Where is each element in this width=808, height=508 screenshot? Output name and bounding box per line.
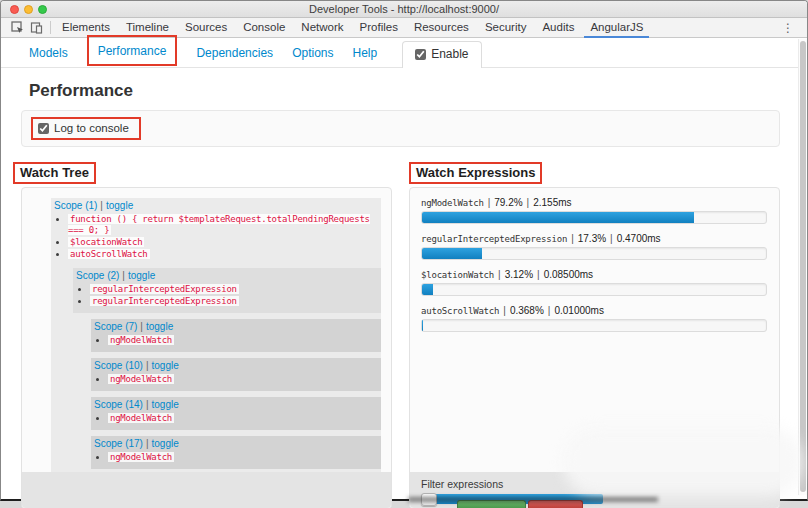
tab-console[interactable]: Console xyxy=(235,18,293,37)
expression-name: ngModelWatch xyxy=(421,198,484,208)
expression-percent: 0.368% xyxy=(510,305,544,316)
scope-10-watchers: ngModelWatch xyxy=(94,374,381,385)
log-to-console-label: Log to console xyxy=(54,122,129,134)
expression-percent: 3.12% xyxy=(505,269,533,280)
watcher-code: $locationWatch xyxy=(68,237,144,247)
window-title: Developer Tools - http://localhost:9000/ xyxy=(1,3,807,15)
expression-label: ngModelWatch|79.2%|2.155ms xyxy=(421,197,767,208)
scope-10-toggle-link[interactable]: toggle xyxy=(152,360,179,371)
watch-tree-column: Watch Tree Scope (1)|toggle function () … xyxy=(13,162,392,508)
scope-1-watchers: function () { return $templateRequest.to… xyxy=(54,214,381,260)
separator: | xyxy=(548,305,551,316)
scope-14-link[interactable]: Scope (14) xyxy=(94,399,143,410)
enable-label: Enable xyxy=(431,47,468,61)
progress-fill xyxy=(422,212,694,223)
batarang-nav: Models Performance Dependencies Options … xyxy=(1,39,807,68)
scope-10-link[interactable]: Scope (10) xyxy=(94,360,143,371)
tab-sources[interactable]: Sources xyxy=(177,18,235,37)
separator: | xyxy=(537,269,540,280)
nav-item-performance[interactable]: Performance xyxy=(98,44,167,58)
devtools-window: Developer Tools - http://localhost:9000/… xyxy=(0,0,808,501)
scope-node-7: Scope (7)|toggle ngModelWatch xyxy=(91,319,381,352)
watcher-item: function () { return $templateRequest.to… xyxy=(68,214,381,236)
watcher-code: autoScrollWatch xyxy=(68,249,150,259)
expression-row: autoScrollWatch|0.368%|0.01000ms xyxy=(421,305,767,332)
nav-item-dependencies[interactable]: Dependencies xyxy=(196,46,273,67)
separator: | xyxy=(503,305,506,316)
expression-time: 0.4700ms xyxy=(617,233,661,244)
tab-network[interactable]: Network xyxy=(293,18,351,37)
scope-node-1: Scope (1)|toggle function () { return $t… xyxy=(51,198,381,477)
scope-7-link[interactable]: Scope (7) xyxy=(94,321,137,332)
nav-item-models[interactable]: Models xyxy=(29,46,68,67)
more-options-icon[interactable]: ⋮ xyxy=(782,23,794,33)
progress-fill xyxy=(422,284,433,295)
separator: | xyxy=(146,438,149,449)
separator: | xyxy=(488,197,491,208)
tab-resources[interactable]: Resources xyxy=(406,18,477,37)
inspect-element-icon[interactable] xyxy=(11,21,24,34)
scope-17-toggle-link[interactable]: toggle xyxy=(152,438,179,449)
active-tab-underline xyxy=(584,36,649,38)
nav-item-help[interactable]: Help xyxy=(352,46,377,67)
toolbar-divider xyxy=(50,21,51,34)
vertical-scrollbar[interactable] xyxy=(798,39,807,495)
watcher-code: regularInterceptedExpression xyxy=(90,296,239,306)
watcher-item: ngModelWatch xyxy=(108,413,381,424)
tab-security[interactable]: Security xyxy=(477,18,535,37)
separator: | xyxy=(100,200,103,211)
expression-percent: 79.2% xyxy=(494,197,522,208)
scope-17-link[interactable]: Scope (17) xyxy=(94,438,143,449)
watcher-item: ngModelWatch xyxy=(108,452,381,463)
separator: | xyxy=(146,360,149,371)
progress-track xyxy=(421,283,767,296)
progress-fill xyxy=(422,248,482,259)
watch-tree-footer xyxy=(22,472,391,508)
scope-2-toggle-link[interactable]: toggle xyxy=(128,270,155,281)
watcher-item: regularInterceptedExpression xyxy=(90,284,381,295)
watcher-item: regularInterceptedExpression xyxy=(90,296,381,307)
red-highlight-performance: Performance xyxy=(87,35,178,66)
watcher-item: autoScrollWatch xyxy=(68,249,381,260)
tab-audits[interactable]: Audits xyxy=(534,18,582,37)
scope-17-watchers: ngModelWatch xyxy=(94,452,381,463)
nav-item-options[interactable]: Options xyxy=(292,46,333,67)
enable-checkbox[interactable] xyxy=(415,49,426,60)
watch-tree-heading: Watch Tree xyxy=(13,162,96,184)
watcher-item: ngModelWatch xyxy=(108,335,381,346)
log-to-console-checkbox[interactable] xyxy=(38,123,49,134)
enable-tab[interactable]: Enable xyxy=(402,41,481,68)
expression-time: 2.155ms xyxy=(533,197,571,208)
expression-row: regularInterceptedExpression|17.3%|0.470… xyxy=(421,233,767,260)
separator: | xyxy=(571,233,574,244)
page-title: Performance xyxy=(29,81,807,101)
scope-14-watchers: ngModelWatch xyxy=(94,413,381,424)
log-console-well: Log to console xyxy=(21,110,780,147)
progress-track xyxy=(421,211,767,224)
scope-2-link[interactable]: Scope (2) xyxy=(76,270,119,281)
scrollbar-thumb[interactable] xyxy=(800,41,806,492)
scope-14-toggle-link[interactable]: toggle xyxy=(152,399,179,410)
expression-time: 0.08500ms xyxy=(544,269,593,280)
expression-label: $locationWatch|3.12%|0.08500ms xyxy=(421,269,767,280)
watcher-code: ngModelWatch xyxy=(108,374,174,384)
device-toolbar-icon[interactable] xyxy=(30,21,43,34)
separator: | xyxy=(140,321,143,332)
watcher-code: ngModelWatch xyxy=(108,335,174,345)
scope-7-toggle-link[interactable]: toggle xyxy=(146,321,173,332)
expression-list: ngModelWatch|79.2%|2.155ms regularInterc… xyxy=(410,188,779,332)
red-highlight-log-console: Log to console xyxy=(31,117,141,140)
scope-node-14: Scope (14)|toggle ngModelWatch xyxy=(91,397,381,430)
expression-name: $locationWatch xyxy=(421,270,494,280)
watcher-item: $locationWatch xyxy=(68,237,381,248)
watcher-code: ngModelWatch xyxy=(108,452,174,462)
scope-node-10: Scope (10)|toggle ngModelWatch xyxy=(91,358,381,391)
watcher-code: ngModelWatch xyxy=(108,413,174,423)
scope-2-watchers: regularInterceptedExpression regularInte… xyxy=(76,284,381,307)
scope-1-toggle-link[interactable]: toggle xyxy=(106,200,133,211)
tab-profiles[interactable]: Profiles xyxy=(352,18,406,37)
expression-time: 0.01000ms xyxy=(554,305,603,316)
watch-expressions-heading: Watch Expressions xyxy=(409,162,542,184)
scope-1-link[interactable]: Scope (1) xyxy=(54,200,97,211)
tab-angularjs[interactable]: AngularJS xyxy=(582,18,651,37)
